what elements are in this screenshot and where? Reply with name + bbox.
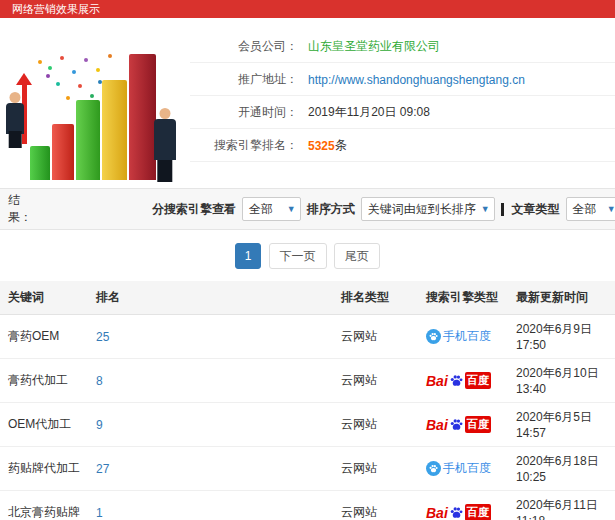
rank-type-cell: 云网站 [333, 491, 418, 520]
rank-type-cell: 云网站 [333, 403, 418, 447]
rank-link[interactable]: 27 [96, 462, 109, 476]
header-rank-type: 排名类型 [333, 281, 418, 315]
mobile-baidu-icon [426, 329, 441, 344]
baidu-logo-badge: 百度 [465, 372, 491, 389]
table-row: 药贴牌代加工 27 云网站 手机百度 2020年6月18日 10:25 [0, 447, 615, 491]
info-row-opened: 开通时间： 2019年11月20日 09:08 [190, 96, 615, 129]
keyword-cell: 药贴牌代加工 [0, 447, 88, 491]
search-engine-logo: Bai百度 [426, 504, 491, 520]
article-type-divider [501, 203, 504, 216]
sort-filter-label: 排序方式 [307, 201, 355, 218]
engine-filter-select[interactable]: 全部 ▼ [242, 197, 301, 221]
baidu-logo-badge: 百度 [465, 504, 491, 520]
info-row-company: 会员公司： 山东皇圣堂药业有限公司 [190, 30, 615, 63]
table-row: 北京膏药贴牌 1 云网站 Bai百度 2020年6月11日 11:18 [0, 491, 615, 520]
table-row: 膏药OEM 25 云网站 手机百度 2020年6月9日 17:50 [0, 315, 615, 359]
chart-bar [129, 54, 156, 180]
search-engine-logo: Bai百度 [426, 416, 491, 433]
rank-count-label: 搜索引擎排名： [190, 137, 298, 154]
baidu-logo-text: Bai [426, 373, 448, 389]
rank-type-cell: 云网站 [333, 315, 418, 359]
search-engine-logo: Bai百度 [426, 372, 491, 389]
chart-bar [76, 100, 100, 180]
rank-link[interactable]: 8 [96, 374, 103, 388]
rank-type-cell: 云网站 [333, 447, 418, 491]
updated-cell: 2020年6月9日 17:50 [508, 315, 615, 359]
rank-count-unit: 条 [335, 137, 347, 154]
chevron-down-icon: ▼ [287, 204, 296, 214]
top-section: 会员公司： 山东皇圣堂药业有限公司 推广地址： http://www.shand… [0, 18, 615, 188]
baidu-logo-badge: 百度 [465, 416, 491, 433]
chart-bar [102, 80, 127, 180]
rank-link[interactable]: 9 [96, 418, 103, 432]
opened-time: 2019年11月20日 09:08 [308, 104, 430, 121]
company-label: 会员公司： [190, 38, 298, 55]
confetti-decoration [38, 60, 42, 64]
table-header-row: 关键词 排名 排名类型 搜索引擎类型 最新更新时间 [0, 281, 615, 315]
chart-bar [52, 124, 74, 180]
businessman-figure-right [154, 108, 176, 182]
rank-link[interactable]: 25 [96, 330, 109, 344]
engine-filter-label: 分搜索引擎查看 [152, 201, 236, 218]
businessman-figure-left [6, 92, 24, 148]
search-engine-logo: 手机百度 [426, 328, 491, 345]
growth-arrow-icon [16, 73, 32, 85]
keyword-cell: 膏药OEM [0, 315, 88, 359]
keyword-cell: 膏药代加工 [0, 359, 88, 403]
paw-icon [429, 332, 438, 341]
rank-link[interactable]: 1 [96, 506, 103, 520]
filter-bar: 结果： 分搜索引擎查看 全部 ▼ 排序方式 关键词由短到长排序 ▼ 文章类型 全… [0, 188, 615, 230]
result-label: 结果： [8, 192, 32, 226]
header-updated: 最新更新时间 [508, 281, 615, 315]
next-page-button[interactable]: 下一页 [269, 243, 327, 269]
header-engine-type: 搜索引擎类型 [418, 281, 508, 315]
rank-count-value: 5325 [308, 139, 335, 153]
header-keyword: 关键词 [0, 281, 88, 315]
updated-cell: 2020年6月5日 14:57 [508, 403, 615, 447]
results-table: 关键词 排名 排名类型 搜索引擎类型 最新更新时间 膏药OEM 25 云网站 手… [0, 281, 615, 520]
paw-icon [450, 418, 463, 431]
url-label: 推广地址： [190, 71, 298, 88]
promotion-url-link[interactable]: http://www.shandonghuangshengtang.cn [308, 73, 525, 87]
chevron-down-icon: ▼ [607, 204, 615, 214]
info-row-rank-count: 搜索引擎排名： 5325 条 [190, 129, 615, 162]
article-filter-label: 文章类型 [512, 201, 560, 218]
keyword-cell: OEM代加工 [0, 403, 88, 447]
baidu-logo-text: Bai [426, 505, 448, 520]
page-number-current[interactable]: 1 [235, 243, 261, 269]
header-rank: 排名 [88, 281, 333, 315]
search-engine-logo: 手机百度 [426, 460, 491, 477]
chart-bar [30, 146, 50, 180]
opened-label: 开通时间： [190, 104, 298, 121]
keyword-cell: 北京膏药贴牌 [0, 491, 88, 520]
paw-icon [450, 374, 463, 387]
last-page-button[interactable]: 尾页 [334, 243, 380, 269]
sort-filter-select[interactable]: 关键词由短到长排序 ▼ [361, 197, 495, 221]
updated-cell: 2020年6月11日 11:18 [508, 491, 615, 520]
table-row: OEM代加工 9 云网站 Bai百度 2020年6月5日 14:57 [0, 403, 615, 447]
info-row-url: 推广地址： http://www.shandonghuangshengtang.… [190, 63, 615, 96]
filter-controls: 分搜索引擎查看 全部 ▼ 排序方式 关键词由短到长排序 ▼ 文章类型 全部 ▼ … [152, 196, 615, 222]
promo-graphic [4, 24, 186, 184]
updated-cell: 2020年6月10日 13:40 [508, 359, 615, 403]
baidu-logo-text: Bai [426, 417, 448, 433]
member-info-panel: 会员公司： 山东皇圣堂药业有限公司 推广地址： http://www.shand… [190, 30, 615, 162]
paw-icon [450, 506, 463, 519]
company-name-link[interactable]: 山东皇圣堂药业有限公司 [308, 38, 440, 55]
paw-icon [429, 464, 438, 473]
pagination: 1 下一页 尾页 [0, 243, 615, 269]
rank-type-cell: 云网站 [333, 359, 418, 403]
chevron-down-icon: ▼ [481, 204, 490, 214]
updated-cell: 2020年6月18日 10:25 [508, 447, 615, 491]
table-row: 膏药代加工 8 云网站 Bai百度 2020年6月10日 13:40 [0, 359, 615, 403]
article-filter-select[interactable]: 全部 ▼ [566, 197, 615, 221]
page-title: 网络营销效果展示 [0, 0, 615, 18]
mobile-baidu-icon [426, 461, 441, 476]
